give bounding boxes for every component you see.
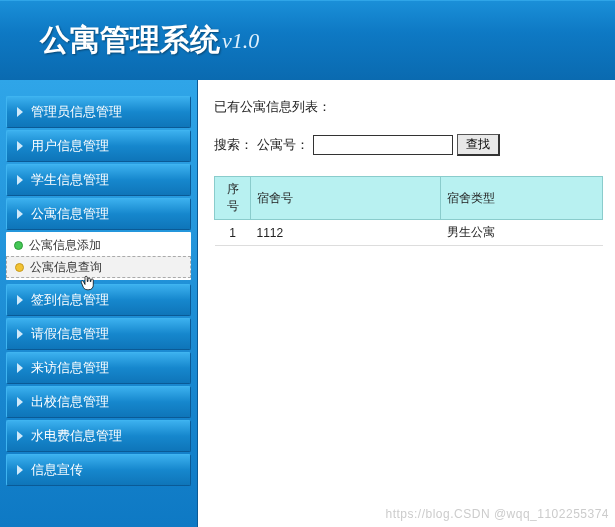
sidebar-item-label: 管理员信息管理 <box>31 103 122 121</box>
cell-index: 1 <box>215 220 251 246</box>
search-input[interactable] <box>313 135 453 155</box>
sidebar-item-user[interactable]: 用户信息管理 <box>6 130 191 162</box>
chevron-right-icon <box>17 431 23 441</box>
search-row: 搜索： 公寓号： 查找 <box>214 134 603 156</box>
sidebar-item-label: 来访信息管理 <box>31 359 109 377</box>
sidebar-item-label: 公寓信息管理 <box>31 205 109 223</box>
sidebar-submenu-apartment: 公寓信息添加 公寓信息查询 <box>6 232 191 280</box>
chevron-right-icon <box>17 107 23 117</box>
sidebar-item-admin[interactable]: 管理员信息管理 <box>6 96 191 128</box>
sidebar: 管理员信息管理 用户信息管理 学生信息管理 公寓信息管理 公寓信息添加 公寓信息… <box>0 80 198 527</box>
chevron-right-icon <box>17 209 23 219</box>
chevron-right-icon <box>17 363 23 373</box>
search-field-label: 公寓号： <box>257 136 309 154</box>
sidebar-item-apartment[interactable]: 公寓信息管理 <box>6 198 191 230</box>
chevron-right-icon <box>17 329 23 339</box>
sidebar-item-label: 用户信息管理 <box>31 137 109 155</box>
col-index: 序号 <box>215 177 251 220</box>
apartment-table: 序号 宿舍号 宿舍类型 1 1112 男生公寓 <box>214 176 603 246</box>
sidebar-item-news[interactable]: 信息宣传 <box>6 454 191 486</box>
search-button[interactable]: 查找 <box>457 134 500 156</box>
sidebar-item-label: 请假信息管理 <box>31 325 109 343</box>
submenu-item-label: 公寓信息查询 <box>30 259 102 276</box>
sidebar-item-label: 签到信息管理 <box>31 291 109 309</box>
col-dorm-no: 宿舍号 <box>251 177 441 220</box>
chevron-right-icon <box>17 465 23 475</box>
app-version: v1.0 <box>222 28 259 54</box>
app-header: 公寓管理系统 v1.0 <box>0 0 615 80</box>
sidebar-item-label: 水电费信息管理 <box>31 427 122 445</box>
submenu-item-apartment-query[interactable]: 公寓信息查询 <box>6 256 191 278</box>
sidebar-item-checkin[interactable]: 签到信息管理 <box>6 284 191 316</box>
chevron-right-icon <box>17 175 23 185</box>
app-title: 公寓管理系统 <box>40 20 220 61</box>
col-dorm-type: 宿舍类型 <box>441 177 603 220</box>
sidebar-item-label: 信息宣传 <box>31 461 83 479</box>
table-row[interactable]: 1 1112 男生公寓 <box>215 220 603 246</box>
main-layout: 管理员信息管理 用户信息管理 学生信息管理 公寓信息管理 公寓信息添加 公寓信息… <box>0 80 615 527</box>
sidebar-item-visit[interactable]: 来访信息管理 <box>6 352 191 384</box>
chevron-right-icon <box>17 141 23 151</box>
sidebar-item-utilities[interactable]: 水电费信息管理 <box>6 420 191 452</box>
bullet-add-icon <box>14 241 23 250</box>
table-header-row: 序号 宿舍号 宿舍类型 <box>215 177 603 220</box>
submenu-item-apartment-add[interactable]: 公寓信息添加 <box>6 234 191 256</box>
chevron-right-icon <box>17 397 23 407</box>
chevron-right-icon <box>17 295 23 305</box>
search-label: 搜索： <box>214 136 253 154</box>
cell-dorm-no: 1112 <box>251 220 441 246</box>
cell-dorm-type: 男生公寓 <box>441 220 603 246</box>
submenu-item-label: 公寓信息添加 <box>29 237 101 254</box>
sidebar-item-label: 学生信息管理 <box>31 171 109 189</box>
bullet-query-icon <box>15 263 24 272</box>
sidebar-item-label: 出校信息管理 <box>31 393 109 411</box>
sidebar-item-leave[interactable]: 请假信息管理 <box>6 318 191 350</box>
list-title: 已有公寓信息列表： <box>214 98 603 116</box>
main-content: 已有公寓信息列表： 搜索： 公寓号： 查找 序号 宿舍号 宿舍类型 1 1112… <box>198 80 615 527</box>
sidebar-item-student[interactable]: 学生信息管理 <box>6 164 191 196</box>
sidebar-item-outschool[interactable]: 出校信息管理 <box>6 386 191 418</box>
watermark: https://blog.CSDN @wqq_1102255374 <box>386 507 609 521</box>
